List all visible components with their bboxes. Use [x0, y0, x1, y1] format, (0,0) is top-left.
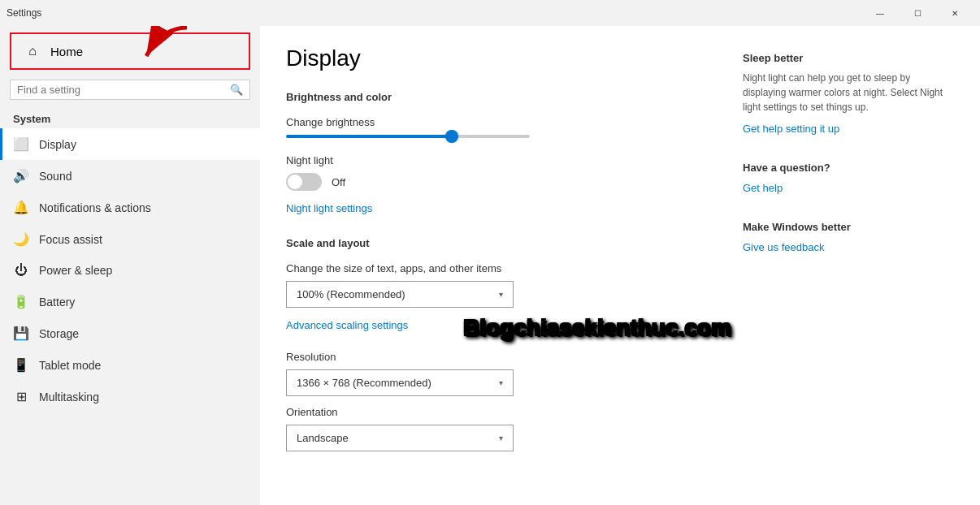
question-title: Have a question? — [743, 162, 954, 174]
tablet-icon: 📱 — [13, 357, 29, 373]
sidebar-item-power[interactable]: ⏻ Power & sleep — [0, 255, 260, 286]
nav-label-tablet: Tablet mode — [39, 359, 101, 372]
minimize-button[interactable]: — — [861, 0, 899, 26]
nav-label-multitasking: Multitasking — [39, 391, 99, 404]
night-light-settings-link[interactable]: Night light settings — [286, 202, 372, 214]
sleep-link[interactable]: Get help setting it up — [743, 123, 839, 135]
main-panel: Display Brightness and color Change brig… — [286, 45, 710, 486]
resolution-dropdown-arrow: ▾ — [499, 378, 503, 387]
nav-label-power: Power & sleep — [39, 264, 112, 277]
brightness-section-title: Brightness and color — [286, 91, 710, 103]
scale-section-title: Scale and layout — [286, 237, 710, 249]
feedback-link[interactable]: Give us feedback — [743, 241, 824, 253]
search-icon[interactable]: 🔍 — [230, 84, 243, 96]
question-section: Have a question? Get help — [743, 162, 954, 195]
right-panel: Sleep better Night light can help you ge… — [743, 45, 954, 486]
scale-dropdown[interactable]: 100% (Recommended) ▾ — [286, 281, 514, 308]
search-input[interactable] — [17, 84, 230, 96]
night-light-state: Off — [332, 176, 345, 188]
nav-label-sound: Sound — [39, 170, 72, 183]
home-icon: ⌂ — [24, 44, 41, 58]
focus-icon: 🌙 — [13, 231, 29, 247]
battery-icon: 🔋 — [13, 294, 29, 309]
orientation-dropdown-arrow: ▾ — [499, 434, 503, 442]
sidebar: ⌂ Home 🔍 — [0, 26, 260, 505]
nav-label-storage: Storage — [39, 327, 79, 340]
orientation-value: Landscape — [297, 432, 349, 444]
toggle-knob — [288, 175, 302, 189]
sidebar-item-battery[interactable]: 🔋 Battery — [0, 286, 260, 317]
get-help-link[interactable]: Get help — [743, 182, 783, 194]
brightness-thumb[interactable] — [445, 130, 458, 143]
advanced-scaling-link[interactable]: Advanced scaling settings — [286, 319, 408, 331]
scale-value: 100% (Recommended) — [297, 288, 405, 300]
content-area: Display Brightness and color Change brig… — [260, 26, 980, 505]
multitasking-icon: ⊞ — [13, 389, 29, 404]
orientation-dropdown[interactable]: Landscape ▾ — [286, 425, 514, 451]
nav-label-battery: Battery — [39, 296, 75, 309]
notifications-icon: 🔔 — [13, 200, 29, 215]
sleep-title: Sleep better — [743, 52, 954, 64]
brightness-label: Change brightness — [286, 116, 710, 128]
scale-dropdown-arrow: ▾ — [499, 290, 503, 299]
resolution-value: 1366 × 768 (Recommended) — [297, 377, 431, 389]
sidebar-item-sound[interactable]: 🔊 Sound — [0, 160, 260, 192]
window-controls: — ☐ ✕ — [861, 0, 973, 26]
storage-icon: 💾 — [13, 326, 29, 341]
night-light-row: Off — [286, 173, 710, 191]
night-light-toggle[interactable] — [286, 173, 322, 191]
sidebar-item-display[interactable]: ⬜ Display — [0, 128, 260, 160]
sidebar-item-storage[interactable]: 💾 Storage — [0, 317, 260, 349]
resolution-label: Resolution — [286, 351, 710, 363]
maximize-button[interactable]: ☐ — [899, 0, 936, 26]
titlebar: Settings — ☐ ✕ — [0, 0, 980, 26]
sleep-body: Night light can help you get to sleep by… — [743, 71, 954, 114]
nav-label-display: Display — [39, 138, 76, 151]
home-label: Home — [50, 45, 83, 58]
resolution-dropdown[interactable]: 1366 × 768 (Recommended) ▾ — [286, 369, 514, 396]
orientation-label: Orientation — [286, 406, 710, 418]
home-button[interactable]: ⌂ Home — [10, 32, 250, 70]
windows-better-section: Make Windows better Give us feedback — [743, 221, 954, 254]
nav-label-notifications: Notifications & actions — [39, 201, 151, 214]
resolution-dropdown-container: 1366 × 768 (Recommended) ▾ — [286, 369, 710, 396]
orientation-dropdown-container: Landscape ▾ — [286, 425, 710, 451]
brightness-slider-container — [286, 135, 710, 138]
display-icon: ⬜ — [13, 136, 29, 152]
scale-label: Change the size of text, apps, and other… — [286, 262, 710, 274]
system-header: System — [0, 106, 260, 128]
app-container: ⌂ Home 🔍 — [0, 26, 980, 505]
search-box[interactable]: 🔍 — [10, 80, 250, 100]
sidebar-item-multitasking[interactable]: ⊞ Multitasking — [0, 381, 260, 412]
windows-better-title: Make Windows better — [743, 221, 954, 233]
close-button[interactable]: ✕ — [936, 0, 973, 26]
sidebar-item-notifications[interactable]: 🔔 Notifications & actions — [0, 192, 260, 223]
power-icon: ⏻ — [13, 263, 29, 278]
page-title: Display — [286, 45, 710, 71]
window-title: Settings — [7, 7, 861, 19]
night-light-section: Night light Off — [286, 154, 710, 191]
brightness-track[interactable] — [286, 135, 530, 138]
sidebar-item-tablet[interactable]: 📱 Tablet mode — [0, 349, 260, 381]
scale-dropdown-container: 100% (Recommended) ▾ — [286, 281, 710, 308]
sound-icon: 🔊 — [13, 168, 29, 183]
night-light-label: Night light — [286, 154, 710, 166]
sidebar-item-focus[interactable]: 🌙 Focus assist — [0, 223, 260, 255]
nav-label-focus: Focus assist — [39, 233, 102, 246]
sleep-section: Sleep better Night light can help you ge… — [743, 52, 954, 136]
brightness-section: Brightness and color Change brightness N… — [286, 91, 710, 231]
scale-section: Scale and layout Change the size of text… — [286, 237, 710, 451]
